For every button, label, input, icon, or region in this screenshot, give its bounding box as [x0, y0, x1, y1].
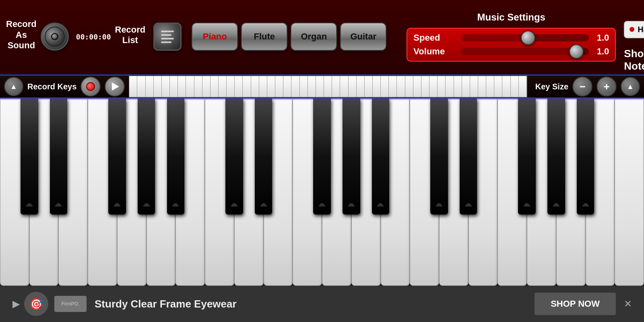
- mini-white-key[interactable]: [300, 76, 308, 97]
- mini-white-key[interactable]: [243, 76, 251, 97]
- song-row: Happy Birtday ▼: [624, 17, 644, 43]
- shop-now-button[interactable]: SHOP NOW: [535, 293, 616, 315]
- mini-white-key[interactable]: [235, 76, 243, 97]
- mini-white-key[interactable]: [373, 76, 381, 97]
- song-dot-icon: [630, 27, 634, 32]
- black-key[interactable]: [518, 99, 536, 215]
- scroll-up-button[interactable]: ▲: [4, 77, 23, 96]
- ad-text: Sturdy Clear Frame Eyewear: [95, 298, 535, 310]
- mini-white-key[interactable]: [308, 76, 316, 97]
- mini-white-key[interactable]: [494, 76, 502, 97]
- mini-white-key[interactable]: [162, 76, 170, 97]
- mini-white-key[interactable]: [405, 76, 413, 97]
- black-key[interactable]: [430, 99, 448, 215]
- mini-white-key[interactable]: [154, 76, 162, 97]
- black-key[interactable]: [577, 99, 594, 215]
- mini-white-key[interactable]: [219, 76, 227, 97]
- key-size-increase-button[interactable]: +: [597, 76, 617, 97]
- speed-slider-row: Speed 1.0: [413, 33, 609, 43]
- black-key[interactable]: [138, 99, 155, 215]
- black-key[interactable]: [50, 99, 68, 215]
- song-name: Happy Birtday: [638, 25, 644, 34]
- mini-white-key[interactable]: [316, 76, 324, 97]
- top-bar: Record As Sound 00:00:00 Record List: [0, 0, 644, 74]
- record-keys-bar: ▲ Record Keys Key Size − + ▲: [0, 74, 644, 99]
- mini-white-key[interactable]: [502, 76, 510, 97]
- mini-white-key[interactable]: [332, 76, 340, 97]
- mini-white-key[interactable]: [324, 76, 332, 97]
- mini-white-key[interactable]: [283, 76, 291, 97]
- speed-knob[interactable]: [521, 31, 535, 45]
- instrument-piano-button[interactable]: Piano: [192, 23, 238, 51]
- record-button-group: [41, 23, 69, 51]
- record-button[interactable]: [80, 76, 101, 97]
- mini-white-key[interactable]: [202, 76, 211, 97]
- song-selector[interactable]: Happy Birtday ▼: [624, 21, 644, 38]
- show-notes-row: Show Notes C Do: [624, 47, 644, 72]
- mini-white-key[interactable]: [275, 76, 283, 97]
- mini-white-key[interactable]: [129, 76, 137, 97]
- volume-slider-row: Volume 1.0: [413, 46, 609, 57]
- mini-white-key[interactable]: [365, 76, 373, 97]
- mini-white-key[interactable]: [340, 76, 348, 97]
- mini-white-key[interactable]: [194, 76, 202, 97]
- mini-white-key[interactable]: [519, 76, 527, 97]
- mini-white-key[interactable]: [421, 76, 429, 97]
- key-size-decrease-button[interactable]: −: [572, 76, 592, 97]
- black-key[interactable]: [21, 99, 38, 215]
- record-list-button[interactable]: [153, 23, 182, 51]
- timer-display: 00:00:00: [76, 33, 111, 41]
- mini-white-key[interactable]: [413, 76, 421, 97]
- mini-white-key[interactable]: [389, 76, 397, 97]
- piano-section: [0, 99, 644, 286]
- black-key[interactable]: [460, 99, 477, 215]
- mini-white-key[interactable]: [438, 76, 446, 97]
- key-size-label: Key Size: [535, 82, 568, 91]
- mini-white-key[interactable]: [267, 76, 275, 97]
- black-key[interactable]: [225, 99, 243, 215]
- mini-white-key[interactable]: [478, 76, 486, 97]
- black-key[interactable]: [372, 99, 390, 215]
- black-key[interactable]: [255, 99, 272, 215]
- mini-white-key[interactable]: [259, 76, 267, 97]
- mini-white-key[interactable]: [146, 76, 154, 97]
- mini-white-key[interactable]: [211, 76, 219, 97]
- scroll-right-button[interactable]: ▲: [621, 77, 640, 96]
- mini-white-key[interactable]: [227, 76, 235, 97]
- playback-button[interactable]: [105, 76, 125, 97]
- black-key[interactable]: [343, 99, 360, 215]
- record-as-sound-button[interactable]: [41, 23, 69, 51]
- mini-white-key[interactable]: [462, 76, 470, 97]
- white-key[interactable]: [615, 99, 644, 286]
- mini-white-key[interactable]: [454, 76, 462, 97]
- mini-white-key[interactable]: [178, 76, 186, 97]
- ad-close-button[interactable]: ✕: [620, 296, 636, 312]
- speed-value: 1.0: [593, 33, 609, 43]
- mini-white-key[interactable]: [397, 76, 405, 97]
- speed-track[interactable]: [462, 34, 589, 41]
- mini-white-key[interactable]: [511, 76, 519, 97]
- mini-white-key[interactable]: [486, 76, 494, 97]
- black-key[interactable]: [547, 99, 565, 215]
- instrument-guitar-button[interactable]: Guitar: [340, 23, 386, 51]
- black-key[interactable]: [108, 99, 126, 215]
- mini-white-key[interactable]: [137, 76, 145, 97]
- music-settings-title: Music Settings: [477, 12, 545, 23]
- instrument-organ-button[interactable]: Organ: [291, 23, 337, 51]
- volume-track[interactable]: [462, 48, 589, 55]
- mini-white-key[interactable]: [170, 76, 178, 97]
- mini-white-key[interactable]: [357, 76, 365, 97]
- black-key[interactable]: [313, 99, 331, 215]
- mini-white-key[interactable]: [446, 76, 454, 97]
- mini-white-key[interactable]: [429, 76, 438, 97]
- mini-white-key[interactable]: [186, 76, 194, 97]
- volume-knob[interactable]: [569, 44, 584, 59]
- mini-white-key[interactable]: [349, 76, 357, 97]
- mini-white-key[interactable]: [470, 76, 478, 97]
- record-keys-label: Record Keys: [27, 82, 76, 91]
- black-key[interactable]: [167, 99, 185, 215]
- mini-white-key[interactable]: [251, 76, 259, 97]
- mini-white-key[interactable]: [381, 76, 389, 97]
- instrument-flute-button[interactable]: Flute: [241, 23, 287, 51]
- mini-white-key[interactable]: [291, 76, 299, 97]
